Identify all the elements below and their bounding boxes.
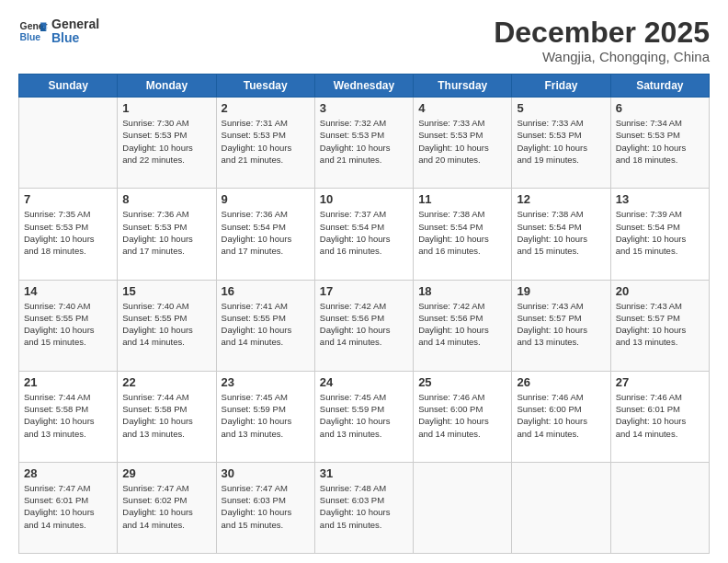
calendar-cell: 17Sunrise: 7:42 AM Sunset: 5:56 PM Dayli… — [314, 280, 413, 371]
day-info: Sunrise: 7:33 AM Sunset: 5:53 PM Dayligh… — [418, 117, 506, 166]
page: General Blue General Blue December 2025 … — [0, 0, 728, 563]
calendar-cell: 28Sunrise: 7:47 AM Sunset: 6:01 PM Dayli… — [19, 462, 118, 553]
calendar-table: SundayMondayTuesdayWednesdayThursdayFrid… — [18, 74, 710, 554]
day-number: 29 — [122, 466, 210, 480]
day-info: Sunrise: 7:45 AM Sunset: 5:59 PM Dayligh… — [222, 391, 310, 440]
month-title: December 2025 — [494, 17, 710, 49]
day-number: 11 — [418, 192, 506, 206]
day-info: Sunrise: 7:47 AM Sunset: 6:01 PM Dayligh… — [24, 482, 112, 531]
day-header-thursday: Thursday — [414, 75, 512, 98]
calendar-cell: 29Sunrise: 7:47 AM Sunset: 6:02 PM Dayli… — [118, 462, 216, 553]
calendar-cell: 6Sunrise: 7:34 AM Sunset: 5:53 PM Daylig… — [610, 98, 709, 189]
calendar-cell: 7Sunrise: 7:35 AM Sunset: 5:53 PM Daylig… — [19, 189, 118, 280]
day-info: Sunrise: 7:30 AM Sunset: 5:53 PM Dayligh… — [122, 117, 210, 166]
day-number: 23 — [222, 375, 310, 389]
location: Wangjia, Chongqing, China — [494, 49, 710, 64]
calendar-cell: 13Sunrise: 7:39 AM Sunset: 5:54 PM Dayli… — [610, 189, 709, 280]
calendar-cell: 14Sunrise: 7:40 AM Sunset: 5:55 PM Dayli… — [19, 280, 118, 371]
day-number: 8 — [122, 192, 210, 206]
day-info: Sunrise: 7:36 AM Sunset: 5:54 PM Dayligh… — [222, 208, 310, 257]
day-number: 18 — [418, 284, 506, 298]
logo-blue-text: Blue — [51, 31, 99, 45]
calendar-cell: 10Sunrise: 7:37 AM Sunset: 5:54 PM Dayli… — [314, 189, 413, 280]
calendar-cell: 4Sunrise: 7:33 AM Sunset: 5:53 PM Daylig… — [414, 98, 512, 189]
day-info: Sunrise: 7:46 AM Sunset: 6:00 PM Dayligh… — [418, 391, 506, 440]
day-number: 27 — [616, 375, 704, 389]
week-row-1: 1Sunrise: 7:30 AM Sunset: 5:53 PM Daylig… — [19, 98, 710, 189]
calendar-cell: 30Sunrise: 7:47 AM Sunset: 6:03 PM Dayli… — [216, 462, 314, 553]
calendar-cell — [610, 462, 709, 553]
day-number: 15 — [122, 284, 210, 298]
day-number: 3 — [320, 101, 408, 115]
calendar-cell: 9Sunrise: 7:36 AM Sunset: 5:54 PM Daylig… — [216, 189, 314, 280]
day-info: Sunrise: 7:33 AM Sunset: 5:53 PM Dayligh… — [517, 117, 605, 166]
day-number: 26 — [517, 375, 605, 389]
day-number: 25 — [418, 375, 506, 389]
calendar-cell: 16Sunrise: 7:41 AM Sunset: 5:55 PM Dayli… — [216, 280, 314, 371]
day-header-wednesday: Wednesday — [314, 75, 413, 98]
week-row-2: 7Sunrise: 7:35 AM Sunset: 5:53 PM Daylig… — [19, 189, 710, 280]
logo: General Blue General Blue — [18, 17, 99, 46]
calendar-cell: 18Sunrise: 7:42 AM Sunset: 5:56 PM Dayli… — [414, 280, 512, 371]
day-info: Sunrise: 7:40 AM Sunset: 5:55 PM Dayligh… — [24, 300, 112, 349]
calendar-cell: 24Sunrise: 7:45 AM Sunset: 5:59 PM Dayli… — [314, 371, 413, 462]
day-info: Sunrise: 7:40 AM Sunset: 5:55 PM Dayligh… — [122, 300, 210, 349]
logo-general-text: General — [51, 17, 99, 31]
day-info: Sunrise: 7:38 AM Sunset: 5:54 PM Dayligh… — [418, 208, 506, 257]
day-number: 4 — [418, 101, 506, 115]
calendar-cell: 12Sunrise: 7:38 AM Sunset: 5:54 PM Dayli… — [512, 189, 610, 280]
day-header-monday: Monday — [118, 75, 216, 98]
calendar-cell: 1Sunrise: 7:30 AM Sunset: 5:53 PM Daylig… — [118, 98, 216, 189]
calendar-header-row: SundayMondayTuesdayWednesdayThursdayFrid… — [19, 75, 710, 98]
day-header-tuesday: Tuesday — [216, 75, 314, 98]
day-number: 31 — [320, 466, 408, 480]
calendar-cell: 27Sunrise: 7:46 AM Sunset: 6:01 PM Dayli… — [610, 371, 709, 462]
day-number: 7 — [24, 192, 112, 206]
day-header-sunday: Sunday — [19, 75, 118, 98]
calendar-cell: 2Sunrise: 7:31 AM Sunset: 5:53 PM Daylig… — [216, 98, 314, 189]
day-number: 21 — [24, 375, 112, 389]
day-number: 12 — [517, 192, 605, 206]
day-info: Sunrise: 7:43 AM Sunset: 5:57 PM Dayligh… — [517, 300, 605, 349]
day-info: Sunrise: 7:46 AM Sunset: 6:01 PM Dayligh… — [616, 391, 704, 440]
day-info: Sunrise: 7:34 AM Sunset: 5:53 PM Dayligh… — [616, 117, 704, 166]
calendar-cell — [19, 98, 118, 189]
day-number: 19 — [517, 284, 605, 298]
calendar-cell: 5Sunrise: 7:33 AM Sunset: 5:53 PM Daylig… — [512, 98, 610, 189]
day-info: Sunrise: 7:42 AM Sunset: 5:56 PM Dayligh… — [320, 300, 408, 349]
day-info: Sunrise: 7:42 AM Sunset: 5:56 PM Dayligh… — [418, 300, 506, 349]
calendar-cell: 11Sunrise: 7:38 AM Sunset: 5:54 PM Dayli… — [414, 189, 512, 280]
day-number: 10 — [320, 192, 408, 206]
day-number: 9 — [222, 192, 310, 206]
day-number: 30 — [222, 466, 310, 480]
week-row-4: 21Sunrise: 7:44 AM Sunset: 5:58 PM Dayli… — [19, 371, 710, 462]
day-info: Sunrise: 7:41 AM Sunset: 5:55 PM Dayligh… — [222, 300, 310, 349]
day-number: 6 — [616, 101, 704, 115]
calendar-cell: 22Sunrise: 7:44 AM Sunset: 5:58 PM Dayli… — [118, 371, 216, 462]
day-info: Sunrise: 7:35 AM Sunset: 5:53 PM Dayligh… — [24, 208, 112, 257]
day-number: 20 — [616, 284, 704, 298]
day-header-saturday: Saturday — [610, 75, 709, 98]
calendar-cell: 31Sunrise: 7:48 AM Sunset: 6:03 PM Dayli… — [314, 462, 413, 553]
day-number: 2 — [222, 101, 310, 115]
calendar-cell: 8Sunrise: 7:36 AM Sunset: 5:53 PM Daylig… — [118, 189, 216, 280]
day-number: 13 — [616, 192, 704, 206]
week-row-5: 28Sunrise: 7:47 AM Sunset: 6:01 PM Dayli… — [19, 462, 710, 553]
day-info: Sunrise: 7:43 AM Sunset: 5:57 PM Dayligh… — [616, 300, 704, 349]
logo-icon: General Blue — [18, 17, 48, 46]
title-area: December 2025 Wangjia, Chongqing, China — [494, 17, 710, 64]
day-info: Sunrise: 7:46 AM Sunset: 6:00 PM Dayligh… — [517, 391, 605, 440]
day-info: Sunrise: 7:47 AM Sunset: 6:02 PM Dayligh… — [122, 482, 210, 531]
day-info: Sunrise: 7:44 AM Sunset: 5:58 PM Dayligh… — [122, 391, 210, 440]
day-info: Sunrise: 7:39 AM Sunset: 5:54 PM Dayligh… — [616, 208, 704, 257]
calendar-cell: 3Sunrise: 7:32 AM Sunset: 5:53 PM Daylig… — [314, 98, 413, 189]
day-number: 5 — [517, 101, 605, 115]
day-number: 14 — [24, 284, 112, 298]
day-info: Sunrise: 7:31 AM Sunset: 5:53 PM Dayligh… — [222, 117, 310, 166]
calendar-cell: 23Sunrise: 7:45 AM Sunset: 5:59 PM Dayli… — [216, 371, 314, 462]
day-info: Sunrise: 7:38 AM Sunset: 5:54 PM Dayligh… — [517, 208, 605, 257]
day-info: Sunrise: 7:36 AM Sunset: 5:53 PM Dayligh… — [122, 208, 210, 257]
day-number: 16 — [222, 284, 310, 298]
day-number: 22 — [122, 375, 210, 389]
day-header-friday: Friday — [512, 75, 610, 98]
